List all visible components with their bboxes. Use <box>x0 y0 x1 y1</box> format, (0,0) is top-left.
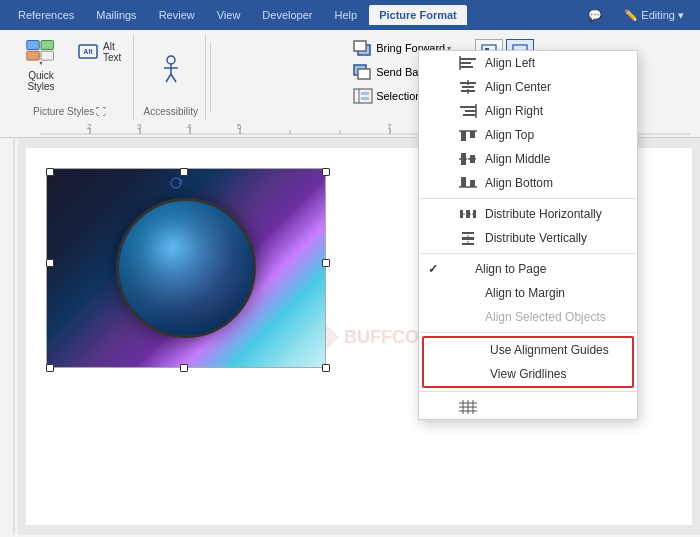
highlighted-group: Use Alignment Guides View Gridlines <box>422 336 634 388</box>
check-align-page: ✓ <box>425 262 441 276</box>
vertical-ruler <box>0 138 18 535</box>
handle-bot-right[interactable] <box>322 364 330 372</box>
menu-align-selected-label: Align Selected Objects <box>485 310 606 324</box>
dist-horiz-icon <box>459 207 477 221</box>
alt-text-area: Alt AltText <box>72 34 125 66</box>
handle-bot-mid[interactable] <box>180 364 188 372</box>
handle-mid-left[interactable] <box>46 259 54 267</box>
menu-align-selected: Align Selected Objects <box>419 305 637 329</box>
tab-review[interactable]: Review <box>149 5 205 25</box>
menu-align-center[interactable]: Align Center <box>419 75 637 99</box>
svg-rect-62 <box>461 177 466 187</box>
svg-rect-44 <box>460 58 476 60</box>
handle-top-mid[interactable] <box>180 168 188 176</box>
menu-align-margin[interactable]: Align to Margin <box>419 281 637 305</box>
tab-help[interactable]: Help <box>325 5 368 25</box>
menu-align-middle[interactable]: Align Middle <box>419 147 637 171</box>
accessibility-inner <box>149 34 193 102</box>
accessibility-label-row: Accessibility <box>142 102 199 120</box>
image-background <box>47 169 325 367</box>
menu-distribute-vert[interactable]: Distribute Vertically <box>419 226 637 250</box>
menu-distribute-horiz[interactable]: Distribute Horizontally <box>419 202 637 226</box>
alt-text-button[interactable]: Alt AltText <box>72 38 125 66</box>
svg-rect-19 <box>361 97 369 100</box>
menu-align-right[interactable]: Align Right <box>419 99 637 123</box>
svg-rect-52 <box>460 106 476 108</box>
align-dropdown-menu: Align Left Align Center Align Right Alig… <box>418 50 638 420</box>
menu-align-bottom[interactable]: Align Bottom <box>419 171 637 195</box>
align-left-icon <box>459 56 477 70</box>
dist-vert-icon <box>459 231 477 245</box>
menu-align-page[interactable]: ✓ Align to Page <box>419 257 637 281</box>
svg-rect-15 <box>358 69 370 79</box>
align-center-icon <box>459 80 477 94</box>
align-bottom-icon <box>459 176 477 190</box>
accessibility-button[interactable] <box>149 49 193 87</box>
menu-divider-1 <box>419 198 637 199</box>
quick-styles-label: QuickStyles <box>27 70 54 92</box>
svg-rect-57 <box>470 131 475 138</box>
quick-styles-icon: ▼ <box>25 37 57 69</box>
handle-bot-left[interactable] <box>46 364 54 372</box>
align-top-icon <box>459 128 477 142</box>
ribbon-tab-bar: References Mailings Review View Develope… <box>0 0 700 30</box>
picture-styles-group: ▼ QuickStyles Alt AltText <box>6 34 134 120</box>
svg-rect-16 <box>354 89 372 103</box>
svg-text:Alt: Alt <box>83 48 93 55</box>
menu-align-page-label: Align to Page <box>475 262 546 276</box>
picture-styles-expand-icon: ⛶ <box>96 106 106 117</box>
menu-align-top[interactable]: Align Top <box>419 123 637 147</box>
svg-line-11 <box>171 74 176 82</box>
alt-text-label: AltText <box>103 41 121 63</box>
grid-settings-icon <box>459 400 477 414</box>
picture-styles-label-row: Picture Styles ⛶ <box>14 102 125 120</box>
align-middle-icon <box>459 152 477 166</box>
svg-rect-63 <box>470 180 475 187</box>
menu-align-right-label: Align Right <box>485 104 543 118</box>
comment-button[interactable]: 💬 <box>580 5 610 26</box>
menu-align-margin-label: Align to Margin <box>485 286 565 300</box>
menu-align-center-label: Align Center <box>485 80 551 94</box>
picture-styles-expand[interactable]: Picture Styles ⛶ <box>33 106 106 117</box>
picture-styles-group-label: Picture Styles <box>33 106 94 117</box>
svg-rect-1 <box>27 51 39 60</box>
tab-picture-format[interactable]: Picture Format <box>369 5 467 25</box>
tab-mailings[interactable]: Mailings <box>86 5 146 25</box>
svg-text:7: 7 <box>387 122 392 131</box>
quick-styles-button[interactable]: ▼ QuickStyles <box>14 34 68 95</box>
svg-rect-54 <box>463 114 476 116</box>
tab-references[interactable]: References <box>8 5 84 25</box>
menu-use-guides[interactable]: Use Alignment Guides <box>424 338 632 362</box>
menu-use-guides-label: Use Alignment Guides <box>490 343 609 357</box>
svg-rect-13 <box>354 41 366 51</box>
svg-rect-45 <box>460 62 471 64</box>
menu-divider-2 <box>419 253 637 254</box>
svg-text:2: 2 <box>87 122 92 131</box>
accessibility-group-label: Accessibility <box>144 106 198 117</box>
menu-align-left[interactable]: Align Left <box>419 51 637 75</box>
menu-view-grid[interactable]: View Gridlines <box>424 362 632 386</box>
svg-rect-56 <box>461 131 466 141</box>
menu-divider-3 <box>419 332 637 333</box>
svg-rect-3 <box>41 51 53 60</box>
svg-text:▼: ▼ <box>38 60 43 66</box>
menu-divider-4 <box>419 391 637 392</box>
svg-rect-39 <box>0 138 18 535</box>
handle-top-left[interactable] <box>46 168 54 176</box>
svg-line-10 <box>166 74 171 82</box>
svg-text:5: 5 <box>237 122 242 131</box>
handle-top-right[interactable] <box>322 168 330 176</box>
menu-grid-settings[interactable] <box>419 395 637 419</box>
svg-text:BUFFCOM: BUFFCOM <box>344 327 419 347</box>
selected-image[interactable] <box>46 168 326 368</box>
menu-align-top-label: Align Top <box>485 128 534 142</box>
accessibility-expand[interactable]: Accessibility <box>144 106 198 117</box>
handle-mid-right[interactable] <box>322 259 330 267</box>
editing-button[interactable]: ✏️ Editing ▾ <box>616 5 692 26</box>
tab-developer[interactable]: Developer <box>252 5 322 25</box>
svg-rect-2 <box>41 41 53 50</box>
tab-view[interactable]: View <box>207 5 251 25</box>
picture-styles-inner: ▼ QuickStyles Alt AltText <box>14 34 125 102</box>
svg-text:4: 4 <box>187 122 192 131</box>
rotate-handle[interactable] <box>169 176 181 188</box>
